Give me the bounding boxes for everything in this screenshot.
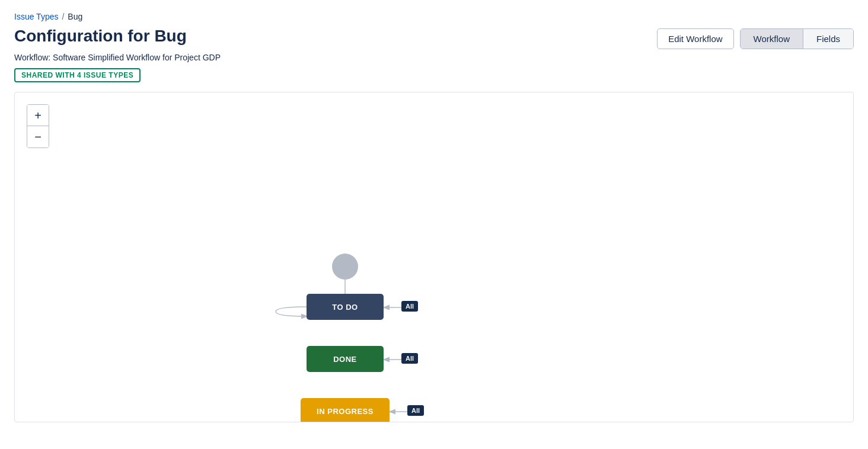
breadcrumb-bug: Bug [68, 12, 82, 21]
shared-badge[interactable]: SHARED WITH 4 ISSUE TYPES [14, 68, 141, 82]
workflow-node-todo[interactable]: TO DO [307, 294, 384, 320]
header-row: Configuration for Bug Edit Workflow Work… [14, 26, 854, 49]
breadcrumb: Issue Types / Bug [14, 12, 854, 21]
all-badge-in-progress[interactable]: All [407, 405, 424, 416]
breadcrumb-issue-types-link[interactable]: Issue Types [14, 12, 58, 21]
header-buttons: Edit Workflow Workflow Fields [657, 28, 854, 49]
all-badge-done[interactable]: All [401, 353, 418, 364]
breadcrumb-separator: / [62, 12, 64, 21]
zoom-out-button[interactable]: − [27, 126, 49, 147]
workflow-subtitle: Workflow: Software Simplified Workflow f… [14, 53, 854, 62]
workflow-node-done[interactable]: DONE [307, 346, 384, 372]
tab-workflow[interactable]: Workflow [741, 29, 803, 49]
workflow-arrows [15, 92, 853, 422]
zoom-in-button[interactable]: + [27, 105, 49, 126]
workflow-canvas: + − TO DO [14, 92, 854, 422]
workflow-start-node [332, 254, 358, 280]
tab-group: Workflow Fields [740, 28, 854, 49]
workflow-node-in-progress[interactable]: IN PROGRESS [301, 398, 390, 422]
page-title: Configuration for Bug [14, 26, 187, 46]
tab-fields[interactable]: Fields [803, 29, 853, 49]
all-badge-todo[interactable]: All [401, 301, 418, 312]
zoom-controls: + − [27, 104, 49, 148]
edit-workflow-button[interactable]: Edit Workflow [657, 28, 733, 49]
